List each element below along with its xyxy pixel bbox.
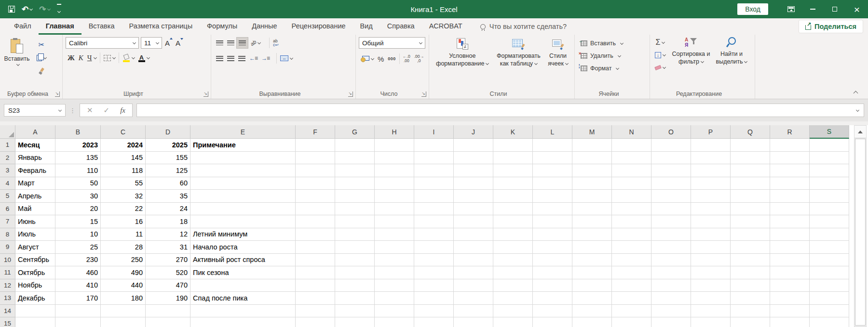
cell-N5[interactable] bbox=[612, 190, 651, 203]
cell-J14[interactable] bbox=[454, 305, 493, 318]
cell-M11[interactable] bbox=[572, 266, 612, 279]
column-header-Q[interactable]: Q bbox=[731, 125, 770, 139]
tab-Главная[interactable]: Главная bbox=[39, 18, 81, 35]
save-button[interactable] bbox=[6, 2, 17, 16]
cell-B10[interactable]: 230 bbox=[55, 254, 101, 267]
expand-formula-bar-icon[interactable] bbox=[856, 108, 859, 111]
row-header-3[interactable]: 3 bbox=[0, 164, 15, 177]
cell-O7[interactable] bbox=[651, 215, 691, 228]
cell-P7[interactable] bbox=[691, 215, 731, 228]
cell-A6[interactable]: Май bbox=[15, 203, 55, 216]
cell-M15[interactable] bbox=[572, 317, 612, 327]
dialog-launcher-icon[interactable]: ↘ bbox=[55, 92, 60, 97]
cell-M8[interactable] bbox=[572, 228, 612, 241]
cell-B12[interactable]: 410 bbox=[55, 279, 101, 292]
cell-I6[interactable] bbox=[414, 203, 454, 216]
cell-P2[interactable] bbox=[691, 152, 731, 165]
cell-C9[interactable]: 28 bbox=[101, 241, 146, 254]
cell-R1[interactable] bbox=[770, 139, 810, 152]
cell-H13[interactable] bbox=[375, 292, 414, 305]
cell-J7[interactable] bbox=[454, 215, 493, 228]
accounting-format-button[interactable] bbox=[359, 53, 376, 65]
cell-R11[interactable] bbox=[770, 266, 810, 279]
cell-F1[interactable] bbox=[296, 139, 335, 152]
cell-E5[interactable] bbox=[190, 190, 296, 203]
cell-Q10[interactable] bbox=[731, 254, 770, 267]
cell-F11[interactable] bbox=[296, 266, 335, 279]
cell-K9[interactable] bbox=[493, 241, 533, 254]
increase-decimal-button[interactable]: ←.0 .00 bbox=[401, 53, 412, 65]
cell-L14[interactable] bbox=[533, 305, 572, 318]
italic-button[interactable]: К bbox=[77, 52, 85, 64]
merge-center-button[interactable]: ↔ bbox=[278, 52, 295, 64]
formula-bar-splitter[interactable]: ⋮ bbox=[69, 107, 76, 114]
column-header-D[interactable]: D bbox=[146, 125, 190, 139]
cell-J9[interactable] bbox=[454, 241, 493, 254]
row-header-6[interactable]: 6 bbox=[0, 203, 15, 216]
enter-entry-button[interactable]: ✓ bbox=[104, 106, 110, 115]
cell-P13[interactable] bbox=[691, 292, 731, 305]
cell-G12[interactable] bbox=[335, 279, 375, 292]
column-header-P[interactable]: P bbox=[691, 125, 731, 139]
restore-button[interactable] bbox=[824, 0, 846, 18]
cell-L6[interactable] bbox=[533, 203, 572, 216]
cell-M12[interactable] bbox=[572, 279, 612, 292]
align-center-button[interactable] bbox=[225, 52, 236, 64]
row-header-2[interactable]: 2 bbox=[0, 152, 15, 165]
format-painter-button[interactable] bbox=[35, 65, 48, 77]
cell-D5[interactable]: 35 bbox=[146, 190, 190, 203]
cell-E12[interactable] bbox=[190, 279, 296, 292]
cell-D14[interactable] bbox=[146, 305, 190, 318]
cell-I13[interactable] bbox=[414, 292, 454, 305]
cell-Q6[interactable] bbox=[731, 203, 770, 216]
cell-Q12[interactable] bbox=[731, 279, 770, 292]
cell-Q4[interactable] bbox=[731, 177, 770, 190]
cell-H10[interactable] bbox=[375, 254, 414, 267]
cell-A7[interactable]: Июнь bbox=[15, 215, 55, 228]
cancel-entry-button[interactable]: ✕ bbox=[87, 106, 93, 115]
cell-D1[interactable]: 2025 bbox=[146, 139, 190, 152]
cell-R8[interactable] bbox=[770, 228, 810, 241]
cell-H15[interactable] bbox=[375, 317, 414, 327]
cell-H7[interactable] bbox=[375, 215, 414, 228]
cell-R13[interactable] bbox=[770, 292, 810, 305]
cell-A15[interactable] bbox=[15, 317, 55, 327]
row-header-7[interactable]: 7 bbox=[0, 215, 15, 228]
undo-button[interactable]: ↶ bbox=[19, 2, 35, 16]
cell-B9[interactable]: 25 bbox=[55, 241, 101, 254]
comma-style-button[interactable]: 000 bbox=[386, 53, 398, 65]
cell-R10[interactable] bbox=[770, 254, 810, 267]
cell-C15[interactable] bbox=[101, 317, 146, 327]
cell-E13[interactable]: Спад после пика bbox=[190, 292, 296, 305]
cell-G2[interactable] bbox=[335, 152, 375, 165]
cell-E6[interactable] bbox=[190, 203, 296, 216]
cell-E7[interactable] bbox=[190, 215, 296, 228]
vertical-scrollbar[interactable] bbox=[853, 125, 868, 327]
cell-D15[interactable] bbox=[146, 317, 190, 327]
tab-Разметка страницы[interactable]: Разметка страницы bbox=[122, 18, 200, 35]
cell-R12[interactable] bbox=[770, 279, 810, 292]
cell-A9[interactable]: Август bbox=[15, 241, 55, 254]
cell-O12[interactable] bbox=[651, 279, 691, 292]
column-header-K[interactable]: K bbox=[493, 125, 533, 139]
column-header-O[interactable]: O bbox=[651, 125, 691, 139]
cell-D8[interactable]: 12 bbox=[146, 228, 190, 241]
cell-M7[interactable] bbox=[572, 215, 612, 228]
row-header-8[interactable]: 8 bbox=[0, 228, 15, 241]
fill-color-button[interactable] bbox=[121, 52, 136, 64]
row-header-14[interactable]: 14 bbox=[0, 305, 15, 318]
cell-O11[interactable] bbox=[651, 266, 691, 279]
share-button[interactable]: Поделиться bbox=[799, 20, 863, 33]
cell-N13[interactable] bbox=[612, 292, 651, 305]
customize-qat-button[interactable] bbox=[54, 2, 64, 16]
cell-R7[interactable] bbox=[770, 215, 810, 228]
sort-filter-button[interactable]: АЯ Сортировка и фильтр bbox=[670, 37, 712, 88]
cell-A5[interactable]: Апрель bbox=[15, 190, 55, 203]
cell-I12[interactable] bbox=[414, 279, 454, 292]
cell-O3[interactable] bbox=[651, 164, 691, 177]
cell-O6[interactable] bbox=[651, 203, 691, 216]
cell-A8[interactable]: Июль bbox=[15, 228, 55, 241]
font-name-select[interactable]: Calibri bbox=[66, 37, 139, 49]
cell-S14[interactable] bbox=[810, 305, 849, 318]
cell-N8[interactable] bbox=[612, 228, 651, 241]
